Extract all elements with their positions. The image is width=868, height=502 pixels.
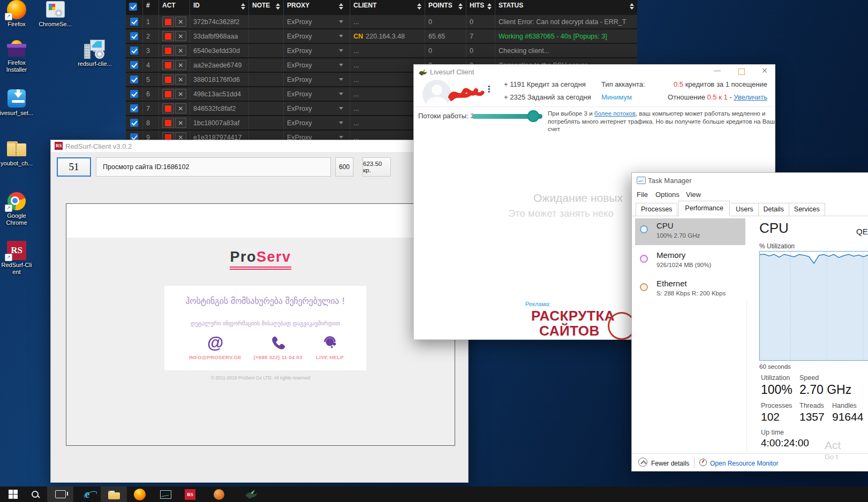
remove-button[interactable]: ✕: [175, 31, 187, 41]
column-header[interactable]: PROXY: [287, 2, 310, 9]
note-cell[interactable]: [249, 102, 284, 115]
task-view-button[interactable]: [47, 486, 73, 502]
proxy-select[interactable]: ExProxy: [284, 44, 350, 57]
sidebar-item-ethernet[interactable]: Ethernet S: 288 Kbps R: 200 Kbps: [635, 276, 745, 303]
proxy-select[interactable]: ExProxy: [284, 73, 350, 86]
remove-button[interactable]: ✕: [175, 60, 187, 70]
column-header[interactable]: CLIENT: [353, 2, 376, 9]
more-threads-link[interactable]: более потоков: [594, 110, 636, 117]
desktop-icon-firefox[interactable]: ↗ Firefox: [0, 0, 34, 28]
desktop-icon-youbot-zip[interactable]: youbot_ch...: [0, 139, 34, 167]
tab-processes[interactable]: Processes: [636, 203, 677, 216]
column-header[interactable]: HITS: [470, 2, 484, 9]
taskbar-ie[interactable]: e: [76, 486, 99, 502]
proxy-select[interactable]: ExProxy: [284, 116, 350, 130]
proxy-select[interactable]: ExProxy: [284, 15, 350, 28]
sidebar-item-memory[interactable]: Memory 926/1024 MB (90%): [635, 248, 745, 275]
tab-details[interactable]: Details: [759, 203, 789, 216]
tab-performance[interactable]: Performance: [678, 201, 730, 216]
sort-icon[interactable]: [276, 2, 280, 10]
note-cell[interactable]: [249, 116, 284, 130]
stop-button[interactable]: [162, 17, 174, 27]
row-checkbox[interactable]: [130, 18, 138, 26]
remove-button[interactable]: ✕: [175, 74, 187, 85]
note-cell[interactable]: [249, 58, 284, 72]
open-resource-monitor-link[interactable]: Open Resource Monitor: [710, 460, 778, 467]
menu-view[interactable]: View: [686, 191, 701, 199]
start-button[interactable]: [2, 486, 24, 502]
contact-label[interactable]: INFO@PROSERV.GE: [186, 354, 245, 360]
taskbar-task-manager[interactable]: [154, 486, 177, 502]
row-checkbox[interactable]: [130, 90, 138, 98]
stop-button[interactable]: [162, 45, 174, 56]
contact-livehelp[interactable]: LIVE HELP: [300, 333, 359, 360]
stop-button[interactable]: [162, 118, 174, 128]
stop-button[interactable]: [162, 74, 174, 85]
tab-services[interactable]: Services: [789, 203, 825, 216]
contact-label[interactable]: LIVE HELP: [300, 354, 359, 360]
column-header[interactable]: #: [146, 2, 150, 9]
menu-file[interactable]: File: [637, 191, 648, 199]
proxy-select[interactable]: ExProxy: [284, 102, 350, 115]
desktop-icon-redsurf-installer[interactable]: redsurf-clie...: [77, 40, 112, 67]
taskbar-firefox[interactable]: [129, 486, 151, 502]
column-header[interactable]: ID: [193, 2, 200, 9]
tab-users[interactable]: Users: [731, 203, 759, 216]
sort-icon[interactable]: [458, 2, 463, 10]
fewer-details-button[interactable]: Fewer details: [651, 460, 689, 467]
row-checkbox[interactable]: [130, 32, 138, 40]
remove-button[interactable]: ✕: [175, 89, 187, 99]
user-menu-dots[interactable]: ⋮: [485, 84, 493, 94]
ad-text[interactable]: РАСКРУТКА: [531, 308, 615, 324]
row-checkbox[interactable]: [130, 119, 138, 127]
chevron-up-icon[interactable]: [638, 458, 647, 467]
select-all-checkbox[interactable]: [129, 3, 137, 11]
taskbar-livesurf[interactable]: [239, 486, 263, 502]
stop-button[interactable]: [162, 31, 174, 41]
desktop-icon-livesurf-setup[interactable]: ivesurf_set...: [0, 89, 34, 117]
column-header[interactable]: STATUS: [499, 2, 523, 9]
remove-button[interactable]: ✕: [175, 17, 187, 27]
row-checkbox[interactable]: [130, 104, 138, 112]
desktop-icon-google-chrome[interactable]: ↗ Google Chrome: [0, 192, 34, 226]
note-cell[interactable]: [249, 15, 284, 28]
stop-button[interactable]: [162, 60, 174, 70]
proxy-select[interactable]: ExProxy: [284, 29, 350, 43]
note-cell[interactable]: [249, 44, 284, 57]
desktop-icon-firefox-installer[interactable]: Firefox Installer: [0, 39, 34, 73]
column-header[interactable]: NOTE: [252, 2, 270, 9]
row-checkbox[interactable]: [130, 61, 138, 69]
note-cell[interactable]: [249, 29, 284, 43]
column-header[interactable]: ACT: [162, 2, 176, 9]
sort-icon[interactable]: [487, 2, 492, 10]
taskbar-file-explorer[interactable]: [101, 486, 127, 502]
row-checkbox[interactable]: [130, 47, 138, 55]
stop-button[interactable]: [162, 89, 174, 99]
account-type-value[interactable]: Минимум: [601, 93, 632, 101]
threads-slider-handle[interactable]: [527, 110, 539, 122]
increase-ratio-link[interactable]: Увеличить: [734, 93, 767, 101]
remove-button[interactable]: ✕: [175, 103, 187, 113]
taskbar-orange-app[interactable]: [208, 486, 230, 502]
taskbar-redsurf[interactable]: RS: [179, 486, 201, 502]
note-cell[interactable]: [249, 87, 284, 101]
row-checkbox[interactable]: [130, 75, 138, 83]
menu-options[interactable]: Options: [655, 191, 680, 199]
redsurf-titlebar[interactable]: RS RedSurf-Client v3.0.2: [51, 140, 468, 152]
sort-icon[interactable]: [339, 2, 343, 10]
note-cell[interactable]: [249, 73, 284, 86]
proxy-select[interactable]: ExProxy: [284, 87, 350, 101]
sidebar-item-cpu[interactable]: CPU 100% 2.70 GHz: [635, 218, 745, 245]
remove-button[interactable]: ✕: [175, 118, 187, 128]
contact-phone[interactable]: (+995 322) 11 04 03: [248, 333, 307, 360]
taskbar-search-button[interactable]: [26, 486, 45, 502]
sort-icon[interactable]: [241, 2, 245, 10]
contact-label[interactable]: (+995 322) 11 04 03: [248, 354, 307, 360]
close-button[interactable]: ✕: [761, 66, 768, 75]
desktop-icon-redsurf-client[interactable]: RS ↗ RedSurf-Client: [0, 241, 34, 276]
desktop-icon-chromesetup[interactable]: ChromeSe...: [37, 0, 73, 28]
maximize-button[interactable]: [738, 69, 745, 75]
sort-icon[interactable]: [630, 2, 634, 10]
ad-text[interactable]: САЙТОВ: [539, 323, 600, 339]
stop-button[interactable]: [162, 103, 174, 113]
